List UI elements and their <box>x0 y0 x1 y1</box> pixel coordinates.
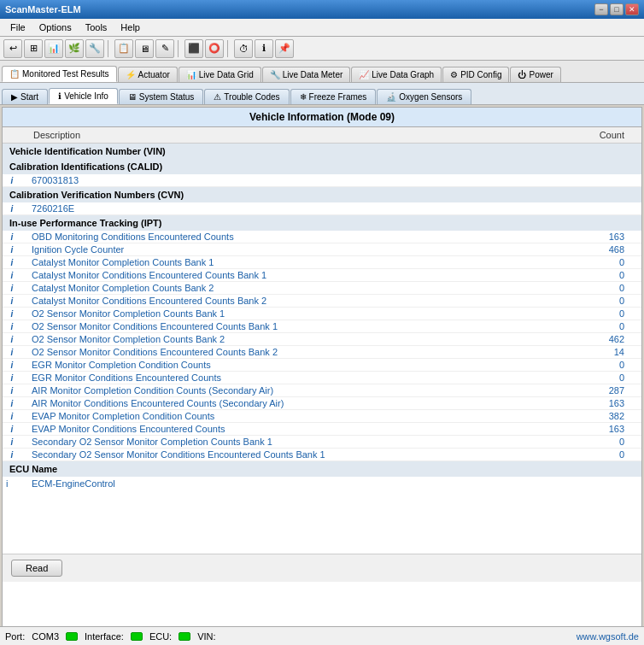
list-item: i Catalyst Monitor Completion Counts Ban… <box>3 282 641 295</box>
list-item: i O2 Sensor Monitor Completion Counts Ba… <box>3 333 641 346</box>
read-button[interactable]: Read <box>11 560 62 577</box>
freeze-frames-icon: ❄ <box>300 92 307 102</box>
tab-power[interactable]: ⏻ Power <box>510 67 560 82</box>
interface-led <box>131 632 143 641</box>
main-window: ScanMaster-ELM − □ ✕ File Options Tools … <box>0 0 644 645</box>
header-description: Description <box>28 127 573 144</box>
header-icon-col <box>3 127 28 144</box>
list-item: i EGR Monitor Completion Condition Count… <box>3 359 641 372</box>
toolbar-btn-6[interactable]: 📋 <box>114 39 133 58</box>
menu-bar: File Options Tools Help <box>0 19 644 37</box>
ecu-led <box>179 632 190 641</box>
pid-config-icon: ⚙ <box>450 70 458 79</box>
tab-live-data-grid[interactable]: 📊 Live Data Grid <box>179 67 261 82</box>
list-item: i Catalyst Monitor Conditions Encountere… <box>3 295 641 308</box>
info-icon: i <box>6 348 18 357</box>
toolbar-btn-7[interactable]: 🖥 <box>135 39 154 58</box>
bottom-bar: Read <box>3 554 641 582</box>
info-icon: i <box>6 204 18 214</box>
header-count: Count <box>573 127 641 144</box>
title-bar: ScanMaster-ELM − □ ✕ <box>0 0 644 19</box>
info-icon: i <box>6 478 8 489</box>
menu-help[interactable]: Help <box>114 21 147 34</box>
maximize-button[interactable]: □ <box>610 3 624 15</box>
tab-live-data-graph[interactable]: 📈 Live Data Graph <box>351 67 442 82</box>
info-icon: i <box>6 399 18 408</box>
data-scroll-area[interactable]: Vehicle Identification Number (VIN) Cali… <box>3 144 641 554</box>
toolbar-btn-8[interactable]: ✎ <box>155 39 174 58</box>
list-item: i OBD Monitoring Conditions Encountered … <box>3 231 641 243</box>
toolbar-btn-13[interactable]: 📌 <box>275 39 294 58</box>
cvn-desc: 7260216E <box>28 202 573 215</box>
list-item: i O2 Sensor Monitor Completion Counts Ba… <box>3 308 641 320</box>
tab-trouble-codes[interactable]: ⚠ Trouble Codes <box>204 89 289 104</box>
tab-oxygen-sensors[interactable]: 🔬 Oxygen Sensors <box>377 89 471 104</box>
tab-freeze-frames[interactable]: ❄ Freeze Frames <box>290 89 377 104</box>
group-ipt: In-use Performance Tracking (IPT) <box>3 215 641 232</box>
cvn-count <box>573 202 641 215</box>
row-cvn-value: i 7260216E <box>3 202 641 215</box>
ecu-label: ECU: <box>149 631 172 642</box>
close-button[interactable]: ✕ <box>625 3 639 15</box>
info-icon: i <box>6 258 18 267</box>
list-item: i EVAP Monitor Conditions Encountered Co… <box>3 423 641 436</box>
toolbar-btn-4[interactable]: 🌿 <box>65 39 84 58</box>
menu-tools[interactable]: Tools <box>79 21 114 34</box>
interface-label: Interface: <box>85 631 124 642</box>
list-item: i EVAP Monitor Completion Condition Coun… <box>3 410 641 423</box>
port-label: Port: <box>5 631 25 642</box>
second-tab-bar: ▶ Start ℹ Vehicle Info 🖥 System Status ⚠… <box>0 83 644 105</box>
info-icon: i <box>6 361 18 370</box>
website-link[interactable]: www.wgsoft.de <box>577 631 639 642</box>
menu-file[interactable]: File <box>3 21 32 34</box>
list-item: i Ignition Cycle Counter 468 <box>3 243 641 256</box>
top-tab-bar: 📋 Monitored Test Results ⚡ Actuator 📊 Li… <box>0 61 644 83</box>
minimize-button[interactable]: − <box>594 3 608 15</box>
app-title: ScanMaster-ELM <box>5 4 81 15</box>
info-icon: i <box>6 425 18 434</box>
toolbar-btn-3[interactable]: 📊 <box>44 39 63 58</box>
page-title: Vehicle Information (Mode 09) <box>3 108 641 127</box>
separator-3 <box>227 40 231 57</box>
tab-start[interactable]: ▶ Start <box>2 89 48 104</box>
info-icon: i <box>6 412 18 421</box>
toolbar-btn-1[interactable]: ↩ <box>3 39 22 58</box>
table-header-row: Description Count <box>3 127 641 144</box>
oxygen-sensors-icon: 🔬 <box>386 92 396 102</box>
calid-count <box>573 174 641 187</box>
calid-desc: 670031813 <box>28 174 573 187</box>
ecu-desc: ECM-EngineControl <box>28 477 573 490</box>
info-icon: i <box>6 284 18 293</box>
system-status-icon: 🖥 <box>128 92 137 102</box>
info-icon: i <box>6 322 18 331</box>
toolbar-btn-12[interactable]: ℹ <box>255 39 273 58</box>
tab-actuator[interactable]: ⚡ Actuator <box>118 67 178 82</box>
tab-vehicle-info[interactable]: ℹ Vehicle Info <box>49 88 118 104</box>
group-calid: Calibration Identifications (CALID) <box>3 159 641 174</box>
group-vin: Vehicle Identification Number (VIN) <box>3 144 641 159</box>
list-item: i O2 Sensor Monitor Conditions Encounter… <box>3 320 641 333</box>
tab-monitored-test-results[interactable]: 📋 Monitored Test Results <box>2 66 117 82</box>
tab-live-data-meter[interactable]: 🔧 Live Data Meter <box>262 67 351 82</box>
info-icon: i <box>6 335 18 344</box>
vin-label: VIN: <box>197 631 215 642</box>
toolbar-btn-5[interactable]: 🔧 <box>85 39 104 58</box>
group-cvn: Calibration Verification Numbers (CVN) <box>3 187 641 203</box>
row-ecu-value: i ECM-EngineControl <box>3 477 641 490</box>
toolbar-btn-2[interactable]: ⊞ <box>24 39 43 58</box>
list-item: i AIR Monitor Conditions Encountered Cou… <box>3 397 641 410</box>
tab-pid-config[interactable]: ⚙ PID Config <box>442 67 509 82</box>
toolbar-btn-9[interactable]: ⬛ <box>184 39 203 58</box>
list-item: i EGR Monitor Conditions Encountered Cou… <box>3 372 641 384</box>
actuator-icon: ⚡ <box>126 70 136 79</box>
list-item: i Secondary O2 Sensor Monitor Completion… <box>3 436 641 449</box>
menu-options[interactable]: Options <box>32 21 79 34</box>
separator-1 <box>108 40 111 57</box>
info-icon: i <box>6 373 18 383</box>
toolbar-btn-11[interactable]: ⏱ <box>234 39 253 58</box>
info-icon: i <box>6 450 18 460</box>
tab-system-status[interactable]: 🖥 System Status <box>119 89 203 104</box>
toolbar-btn-10[interactable]: ⭕ <box>205 39 224 58</box>
main-content: Vehicle Information (Mode 09) Descriptio… <box>2 107 642 643</box>
monitored-test-results-icon: 📋 <box>9 69 20 79</box>
